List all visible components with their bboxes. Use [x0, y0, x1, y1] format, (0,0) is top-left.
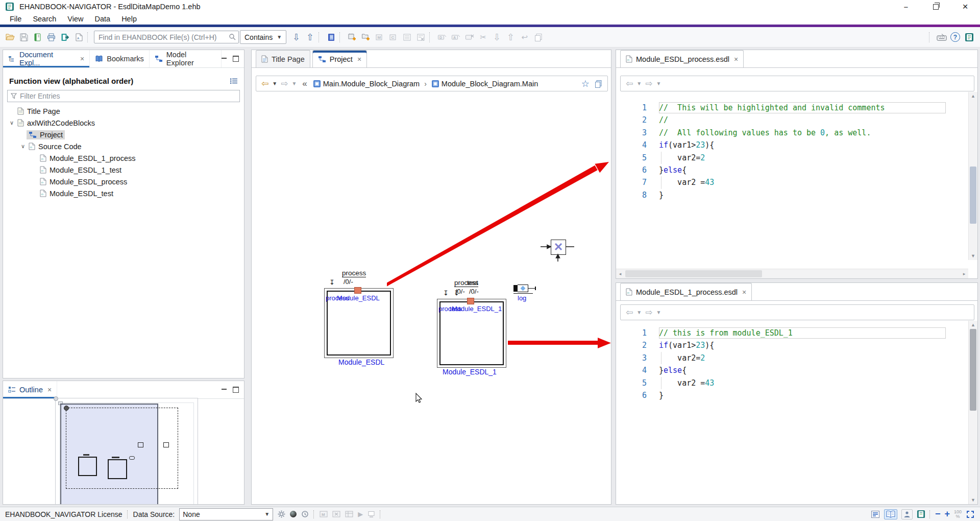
- back-icon[interactable]: ⇦: [626, 78, 633, 89]
- module-m-icon[interactable]: M: [373, 31, 386, 44]
- move-down-icon[interactable]: ⇩: [490, 31, 504, 44]
- scroll-up-icon[interactable]: ▲: [969, 321, 977, 329]
- maximize-panel-icon[interactable]: [233, 387, 239, 393]
- forward-icon[interactable]: ⇨: [645, 78, 652, 89]
- scrollbar-thumb[interactable]: [970, 329, 976, 411]
- label-x-icon[interactable]: [462, 31, 476, 44]
- label-a-icon[interactable]: A: [449, 31, 462, 44]
- app-view-icon[interactable]: [917, 510, 925, 518]
- tab-outline[interactable]: Outline×: [3, 381, 57, 398]
- close-icon[interactable]: ×: [742, 288, 746, 296]
- datasource-select[interactable]: None▼: [179, 508, 273, 520]
- tree-item-module-esdl-process[interactable]: ‹›Module_ESDL_process: [4, 176, 243, 187]
- back-history-icon[interactable]: ▼: [636, 310, 642, 315]
- zoom-in-icon[interactable]: +: [944, 509, 950, 519]
- close-icon[interactable]: ×: [47, 386, 52, 394]
- zoom-out-icon[interactable]: −: [935, 509, 941, 519]
- restore-icon: [933, 4, 939, 10]
- tab-bookmarks[interactable]: Bookmarks: [90, 50, 150, 67]
- tree-item-module-esdl-1-process[interactable]: ‹›Module_ESDL_1_process: [4, 152, 243, 164]
- single-page-view-icon[interactable]: [871, 510, 880, 518]
- code-editor-top[interactable]: 1// This will be highlighted and invalid…: [616, 95, 960, 201]
- list-remove-icon[interactable]: [414, 31, 428, 44]
- reader-view-icon[interactable]: [901, 509, 913, 519]
- tab-module-esdl-process[interactable]: ‹› Module_ESDL_process.esdl×: [620, 50, 744, 67]
- menu-search[interactable]: Search: [27, 15, 62, 23]
- back-icon[interactable]: ⇦: [626, 307, 633, 318]
- scrollbar-thumb[interactable]: [970, 167, 976, 224]
- scroll-up-icon[interactable]: ▲: [969, 92, 977, 100]
- vertical-scrollbar[interactable]: ▲ ▼: [968, 92, 977, 260]
- search-input[interactable]: [94, 31, 239, 43]
- zoom-level-icon[interactable]: 100%: [954, 510, 962, 519]
- tree-item-source-code[interactable]: ∨‹›Source Code: [4, 140, 243, 152]
- tree-item-project[interactable]: Project: [4, 129, 243, 140]
- data-sphere-icon[interactable]: [290, 511, 297, 517]
- list-view-icon[interactable]: [400, 31, 414, 44]
- copy-view-icon[interactable]: [531, 31, 545, 44]
- tree-item-axlwith2codeblocks[interactable]: ∨axlWith2CodeBlocks: [4, 117, 243, 129]
- tab-model-explorer[interactable]: Model Explorer: [150, 50, 222, 67]
- menu-file[interactable]: File: [4, 15, 27, 23]
- find-previous-icon[interactable]: ⇧: [303, 31, 317, 44]
- minimize-panel-icon[interactable]: [222, 389, 227, 394]
- menu-help[interactable]: Help: [116, 15, 142, 23]
- pdf-export-icon[interactable]: A: [72, 31, 86, 44]
- save-icon[interactable]: [17, 31, 31, 44]
- vertical-scrollbar[interactable]: ▲ ▼: [968, 321, 977, 504]
- scroll-down-icon[interactable]: ▼: [969, 496, 977, 504]
- keyboard-icon[interactable]: [935, 31, 948, 44]
- menu-bar: FileSearchViewDataHelp: [0, 13, 980, 25]
- maximize-panel-icon[interactable]: [233, 56, 239, 62]
- forward-history-icon[interactable]: ▼: [656, 310, 661, 315]
- close-icon[interactable]: ×: [80, 55, 84, 63]
- module-refresh-icon[interactable]: C: [386, 31, 400, 44]
- restore-button[interactable]: [921, 0, 950, 13]
- open-ebook-icon[interactable]: [324, 31, 338, 44]
- line-number: 6: [616, 164, 658, 176]
- scroll-down-icon[interactable]: ▼: [969, 252, 977, 260]
- minimize-button[interactable]: −: [891, 0, 921, 13]
- tree-item-module-esdl-test[interactable]: ‹›Module_ESDL_test: [4, 187, 243, 199]
- fit-screen-icon[interactable]: [966, 510, 975, 519]
- contains-dropdown[interactable]: Contains▼: [240, 30, 286, 44]
- refresh-clock-icon[interactable]: [301, 510, 309, 518]
- app-book-icon[interactable]: [962, 31, 976, 44]
- export-handbook-icon[interactable]: [58, 31, 72, 44]
- tab-document-explorer[interactable]: Document Expl...×: [3, 50, 90, 67]
- close-icon[interactable]: ×: [734, 55, 738, 63]
- forward-icon[interactable]: ⇨: [645, 307, 652, 318]
- print-icon[interactable]: [44, 31, 58, 44]
- menu-view[interactable]: View: [62, 15, 89, 23]
- scrollbar-thumb[interactable]: [625, 270, 762, 277]
- help-icon[interactable]: ?: [948, 31, 962, 44]
- close-button[interactable]: ×: [950, 0, 980, 13]
- chevron-expanded-icon[interactable]: ∨: [19, 143, 27, 150]
- back-history-icon[interactable]: ▼: [636, 81, 642, 86]
- add-module-icon[interactable]: [345, 31, 359, 44]
- code-editor-bottom[interactable]: 1// this is from module_ESDL_12if(var1>2…: [616, 324, 960, 401]
- view-menu-icon[interactable]: [230, 78, 238, 84]
- scroll-left-icon[interactable]: ◂: [616, 270, 624, 278]
- horizontal-scrollbar[interactable]: ◂ ▸: [616, 269, 968, 278]
- book-view-icon[interactable]: [884, 509, 897, 519]
- find-next-icon[interactable]: ⇩: [289, 31, 303, 44]
- forward-history-icon[interactable]: ▼: [656, 81, 661, 86]
- cut-icon[interactable]: ✂: [476, 31, 490, 44]
- handbook-icon[interactable]: [31, 31, 44, 44]
- open-file-icon[interactable]: [3, 31, 17, 44]
- move-up-icon[interactable]: ⇧: [504, 31, 518, 44]
- add-folder-icon[interactable]: [359, 31, 373, 44]
- tree-item-module-esdl-1-test[interactable]: ‹›Module_ESDL_1_test: [4, 164, 243, 176]
- chevron-expanded-icon[interactable]: ∨: [8, 120, 15, 126]
- label-d-icon[interactable]: D: [435, 31, 449, 44]
- minimize-panel-icon[interactable]: [222, 58, 227, 63]
- esdl-file-icon: ‹›: [626, 288, 632, 296]
- scroll-right-icon[interactable]: ▸: [960, 270, 968, 278]
- tree-item-title-page[interactable]: Title Page: [4, 105, 243, 117]
- filter-entries-input[interactable]: Filter Entries: [7, 90, 240, 102]
- menu-data[interactable]: Data: [89, 15, 116, 23]
- tab-module-esdl-1-process[interactable]: ‹› Module_ESDL_1_process.esdl×: [620, 283, 752, 300]
- restore-default-icon[interactable]: ↩: [518, 31, 531, 44]
- settings-gear-icon[interactable]: [278, 510, 285, 518]
